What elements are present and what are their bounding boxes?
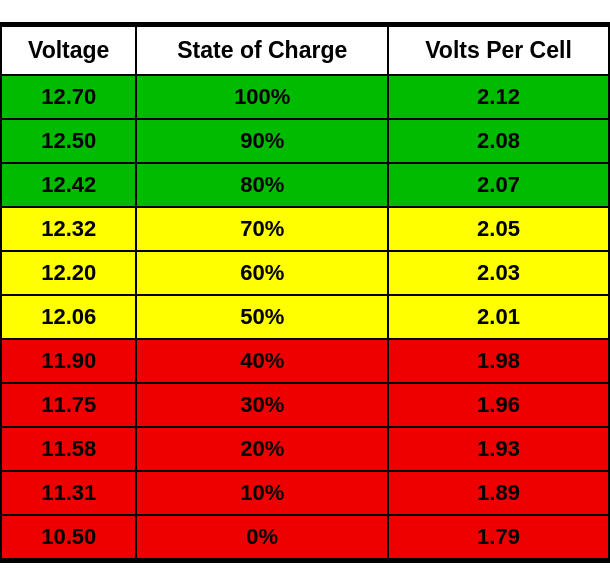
cell-volts-per-cell: 2.07 bbox=[388, 163, 609, 207]
table-row: 10.500%1.79 bbox=[1, 515, 609, 559]
cell-voltage: 11.90 bbox=[1, 339, 136, 383]
cell-volts-per-cell: 2.12 bbox=[388, 75, 609, 119]
table-row: 11.3110%1.89 bbox=[1, 471, 609, 515]
table-row: 12.5090%2.08 bbox=[1, 119, 609, 163]
cell-state-of-charge: 100% bbox=[136, 75, 388, 119]
cell-voltage: 12.20 bbox=[1, 251, 136, 295]
cell-voltage: 12.50 bbox=[1, 119, 136, 163]
cell-volts-per-cell: 2.05 bbox=[388, 207, 609, 251]
battery-table-container: Voltage State of Charge Volts Per Cell 1… bbox=[0, 22, 610, 563]
header-volts-per-cell: Volts Per Cell bbox=[388, 26, 609, 75]
cell-voltage: 12.32 bbox=[1, 207, 136, 251]
cell-state-of-charge: 60% bbox=[136, 251, 388, 295]
cell-state-of-charge: 30% bbox=[136, 383, 388, 427]
cell-voltage: 12.06 bbox=[1, 295, 136, 339]
cell-volts-per-cell: 1.93 bbox=[388, 427, 609, 471]
cell-state-of-charge: 0% bbox=[136, 515, 388, 559]
cell-volts-per-cell: 1.96 bbox=[388, 383, 609, 427]
battery-table: Voltage State of Charge Volts Per Cell 1… bbox=[0, 25, 610, 560]
table-row: 12.2060%2.03 bbox=[1, 251, 609, 295]
cell-state-of-charge: 80% bbox=[136, 163, 388, 207]
cell-volts-per-cell: 2.03 bbox=[388, 251, 609, 295]
cell-volts-per-cell: 1.79 bbox=[388, 515, 609, 559]
cell-state-of-charge: 90% bbox=[136, 119, 388, 163]
header-state-of-charge: State of Charge bbox=[136, 26, 388, 75]
table-row: 11.9040%1.98 bbox=[1, 339, 609, 383]
cell-voltage: 11.31 bbox=[1, 471, 136, 515]
cell-state-of-charge: 70% bbox=[136, 207, 388, 251]
cell-state-of-charge: 50% bbox=[136, 295, 388, 339]
cell-voltage: 12.70 bbox=[1, 75, 136, 119]
cell-volts-per-cell: 1.89 bbox=[388, 471, 609, 515]
cell-volts-per-cell: 1.98 bbox=[388, 339, 609, 383]
cell-volts-per-cell: 2.01 bbox=[388, 295, 609, 339]
cell-voltage: 12.42 bbox=[1, 163, 136, 207]
header-voltage: Voltage bbox=[1, 26, 136, 75]
table-row: 12.0650%2.01 bbox=[1, 295, 609, 339]
cell-voltage: 10.50 bbox=[1, 515, 136, 559]
cell-voltage: 11.58 bbox=[1, 427, 136, 471]
table-row: 11.5820%1.93 bbox=[1, 427, 609, 471]
cell-state-of-charge: 20% bbox=[136, 427, 388, 471]
table-row: 11.7530%1.96 bbox=[1, 383, 609, 427]
cell-state-of-charge: 10% bbox=[136, 471, 388, 515]
table-row: 12.4280%2.07 bbox=[1, 163, 609, 207]
table-body: 12.70100%2.1212.5090%2.0812.4280%2.0712.… bbox=[1, 75, 609, 559]
cell-volts-per-cell: 2.08 bbox=[388, 119, 609, 163]
table-row: 12.3270%2.05 bbox=[1, 207, 609, 251]
cell-voltage: 11.75 bbox=[1, 383, 136, 427]
cell-state-of-charge: 40% bbox=[136, 339, 388, 383]
header-row: Voltage State of Charge Volts Per Cell bbox=[1, 26, 609, 75]
table-row: 12.70100%2.12 bbox=[1, 75, 609, 119]
